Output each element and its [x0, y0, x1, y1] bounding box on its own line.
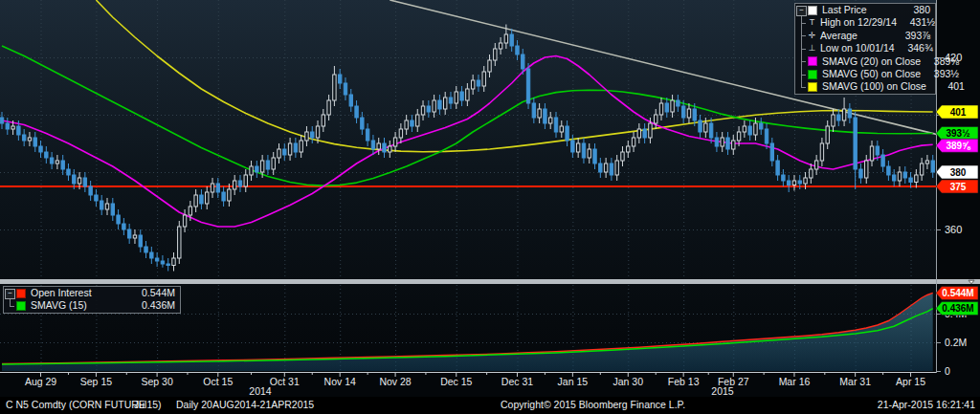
legend-value: 346¾	[902, 42, 933, 54]
legend-value: 0.436M	[142, 299, 175, 312]
svg-text:375: 375	[950, 182, 967, 192]
date-axis-label: Sep 15	[80, 376, 112, 387]
legend-value: 393⅞	[900, 30, 930, 42]
security-name: C N5 Comdty (CORN FUTURE	[6, 397, 145, 413]
legend-expander-icon[interactable]: −	[5, 289, 15, 299]
legend-value: 380	[900, 4, 930, 16]
price-axis-label: 360	[945, 224, 962, 235]
smavg20-swatch-icon	[808, 56, 817, 66]
legend-value: 0.544M	[142, 287, 175, 299]
svg-text:389⅝: 389⅝	[946, 141, 970, 151]
legend-label: SMAVG (15)	[31, 299, 134, 312]
legend-label: Open Interest	[31, 287, 134, 299]
timestamp: 21-Apr-2015 16:21:41	[878, 397, 975, 413]
svg-text:401: 401	[950, 107, 967, 118]
high-marker-icon: T	[808, 16, 816, 29]
legend-label: Low on 10/01/14	[820, 42, 895, 54]
date-axis-label: Feb 13	[668, 376, 700, 387]
year-axis-label: 2014	[249, 385, 272, 397]
legend-row-low: ⊥ Low on 10/01/14 346¾	[795, 42, 935, 54]
legend-row-smavg50[interactable]: SMAVG (50) on Close 393½	[795, 68, 935, 80]
last-price-swatch-icon	[808, 6, 817, 15]
open-interest-tag: 0.544M	[936, 286, 978, 299]
copyright-text: Copyright© 2015 Bloomberg Finance L.P.	[501, 397, 685, 413]
date-axis-label: Jan 30	[613, 376, 644, 387]
date-axis-label: Aug 29	[25, 376, 56, 387]
smavg20-tag: 389⅝	[936, 139, 978, 152]
legend-row-high: T High on 12/29/14 431½	[795, 16, 935, 29]
date-axis-label: Oct 31	[270, 376, 300, 387]
average-marker-icon: ✛	[808, 30, 816, 42]
status-bar: C N5 Comdty (CORN FUTURE Jul15) Daily 20…	[0, 397, 980, 414]
legend-row-last-price[interactable]: − Last Price 380	[795, 4, 935, 16]
date-axis-label: Dec 15	[440, 376, 472, 387]
smavg100-swatch-icon	[808, 82, 817, 92]
smavg15-tag: 0.436M	[936, 302, 978, 316]
legend-label: SMAVG (50) on Close	[822, 68, 921, 80]
low-marker-icon: ⊥	[808, 42, 816, 54]
legend-label: Last Price	[822, 4, 892, 16]
date-axis-label: Nov 14	[324, 376, 356, 387]
legend-row-smavg15[interactable]: SMAVG (15) 0.436M	[4, 299, 180, 312]
last-price-tag: 380	[936, 165, 978, 179]
date-axis-label: Mar 31	[839, 376, 871, 387]
smavg50-tag: 393½	[936, 127, 978, 141]
legend-row-smavg100[interactable]: SMAVG (100) on Close 401	[795, 80, 935, 93]
legend-value: 401	[934, 80, 965, 93]
legend-label: High on 12/29/14	[820, 16, 897, 29]
smavg15-swatch-icon	[16, 301, 26, 311]
legend-value: 389⅝	[928, 55, 959, 68]
open-interest-swatch-icon	[16, 289, 26, 298]
date-axis-label: Apr 15	[896, 376, 925, 387]
volume-axis-label: 0	[945, 365, 950, 377]
legend-row-open-interest[interactable]: − Open Interest 0.544M	[4, 287, 180, 299]
smavg50-swatch-icon	[808, 70, 817, 79]
date-axis-label: Sep 30	[141, 376, 172, 387]
date-axis-label: Jan 15	[558, 376, 589, 387]
svg-text:0.544M: 0.544M	[942, 288, 973, 298]
legend-row-average: ✛ Average 393⅞	[795, 30, 935, 42]
date-range: Daily 20AUG2014-21APR2015	[176, 397, 314, 413]
date-axis-label: Mar 16	[779, 376, 811, 387]
date-axis-label: Oct 15	[203, 376, 233, 387]
date-axis-label: Nov 28	[379, 376, 411, 387]
lower-panel-legend[interactable]: − Open Interest 0.544M SMAVG (15) 0.436M	[3, 286, 181, 314]
legend-label: SMAVG (100) on Close	[822, 80, 926, 93]
legend-label: SMAVG (20) on Close	[822, 55, 921, 68]
svg-text:380: 380	[950, 167, 967, 178]
level-line-tag: 375	[936, 180, 978, 193]
smavg100-tag: 401	[936, 105, 978, 119]
contract-month: Jul15)	[134, 397, 162, 413]
legend-row-smavg20[interactable]: SMAVG (20) on Close 389⅝	[795, 55, 935, 68]
legend-value: 393½	[928, 68, 959, 80]
volume-axis-label: 0.2M	[945, 337, 967, 348]
svg-text:393½: 393½	[946, 128, 969, 139]
legend-label: Average	[820, 30, 892, 42]
date-axis-label: Dec 31	[501, 376, 533, 387]
svg-text:0.436M: 0.436M	[942, 303, 973, 314]
legend-value: 431½	[904, 16, 935, 29]
legend-expander-icon[interactable]: −	[796, 6, 807, 16]
year-axis-label: 2015	[711, 385, 734, 397]
panel-divider[interactable]	[0, 279, 980, 284]
main-chart-legend[interactable]: − Last Price 380 T High on 12/29/14 431½…	[794, 3, 936, 95]
